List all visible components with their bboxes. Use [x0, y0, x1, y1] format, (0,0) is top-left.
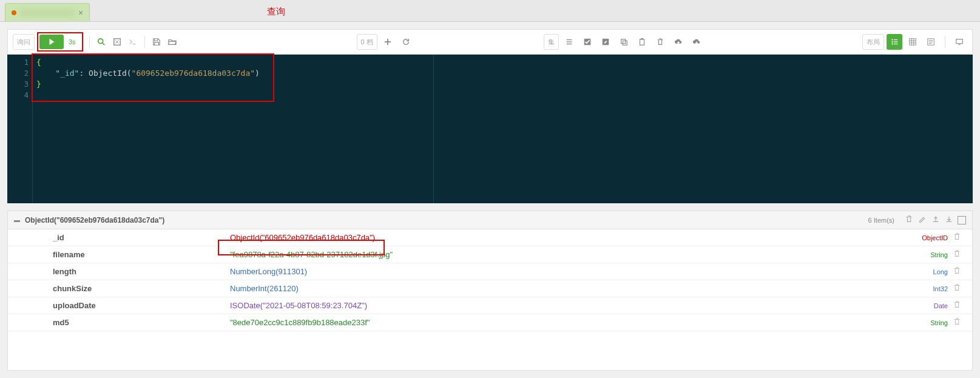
edit-box-icon: [601, 38, 610, 46]
svg-rect-15: [640, 39, 644, 46]
op-download-button[interactable]: [689, 34, 705, 50]
editor-code[interactable]: { "_id": ObjectId("609652eb976da618da03c…: [33, 55, 973, 203]
header-edit-icon[interactable]: [917, 215, 927, 225]
search-icon: [97, 38, 106, 46]
query-editor[interactable]: 1 2 3 4 { "_id": ObjectId("609652eb976da…: [7, 55, 973, 203]
layout-label-button[interactable]: 布局: [862, 34, 884, 50]
row-delete-icon[interactable]: [948, 232, 966, 243]
row-delete-icon[interactable]: [948, 266, 966, 277]
row-delete-icon[interactable]: [948, 283, 966, 294]
svg-rect-32: [956, 39, 963, 44]
view-json-button[interactable]: [923, 34, 939, 50]
save-icon: [152, 38, 161, 46]
row-key: chunkSize: [44, 284, 230, 293]
row-value: ObjectId("609652eb976da618da03c7da"): [230, 233, 905, 242]
row-value: ISODate("2021-05-08T08:59:23.704Z"): [230, 301, 905, 310]
console-button[interactable]: [125, 34, 141, 50]
aggregate-icon: [113, 38, 121, 46]
collection-label-button[interactable]: 集: [544, 34, 559, 50]
find-button[interactable]: [93, 34, 109, 50]
doc-count: 0 档: [357, 34, 377, 50]
row-type: ObjectID: [905, 234, 948, 241]
editor-split[interactable]: [433, 55, 434, 203]
row-type: String: [905, 319, 948, 326]
fullscreen-button[interactable]: [951, 34, 967, 50]
row-key: md5: [44, 318, 230, 327]
run-button-annotation: 3s: [37, 32, 83, 52]
view-switch-group: 布局: [862, 34, 967, 50]
play-icon: [47, 38, 56, 46]
op-edit-button[interactable]: [598, 34, 613, 50]
view-table-button[interactable]: [905, 34, 921, 50]
result-row[interactable]: chunkSizeNumberInt(261120)Int32: [8, 280, 972, 297]
clipboard-icon: [638, 38, 646, 46]
result-row[interactable]: md5"8ede70e2cc9c1c889fb9b188eade233f"Str…: [8, 314, 972, 331]
row-value: "8ede70e2cc9c1c889fb9b188eade233f": [230, 318, 905, 327]
aggregate-button[interactable]: [109, 34, 125, 50]
refresh-button[interactable]: [398, 34, 414, 50]
row-type: Int32: [905, 285, 948, 292]
svg-point-17: [891, 39, 893, 40]
header-download-icon[interactable]: [944, 215, 954, 225]
row-type: Date: [905, 302, 948, 309]
result-row[interactable]: _idObjectId("609652eb976da618da03c7da")O…: [8, 229, 972, 246]
result-header-actions: [904, 215, 966, 225]
result-row[interactable]: uploadDateISODate("2021-05-08T08:59:23.7…: [8, 297, 972, 314]
row-key: uploadDate: [44, 301, 230, 310]
result-title: ObjectId("609652eb976da618da03c7da"): [25, 216, 863, 224]
paging-controls: 0 档: [357, 34, 414, 50]
plus-icon: [384, 38, 392, 46]
tab-title: [20, 10, 75, 16]
svg-point-0: [98, 39, 103, 44]
row-type: String: [905, 251, 948, 258]
svg-rect-14: [623, 41, 627, 45]
header-delete-icon[interactable]: [904, 215, 914, 225]
trash-icon: [656, 38, 664, 46]
toolbar: 询问 3s 0 档: [7, 29, 973, 55]
svg-line-1: [102, 43, 104, 46]
row-value: "fea9878a-f22a-4b87-82bd-237182de1d3f.jp…: [230, 250, 905, 259]
op-delete-button[interactable]: [652, 34, 668, 50]
results-panel: ▬ ObjectId("609652eb976da618da03c7da") 6…: [7, 211, 973, 371]
row-delete-icon[interactable]: [948, 249, 966, 260]
table-view-icon: [908, 38, 917, 46]
json-view-icon: [927, 38, 935, 46]
tab-close-icon[interactable]: ×: [78, 8, 83, 18]
row-delete-icon[interactable]: [948, 300, 966, 311]
folder-open-icon: [168, 38, 177, 46]
save-button[interactable]: [149, 34, 164, 50]
row-key: length: [44, 267, 230, 276]
result-row[interactable]: filename"fea9878a-f22a-4b87-82bd-237182d…: [8, 246, 972, 263]
collapse-icon[interactable]: ▬: [14, 217, 20, 223]
query-label-button[interactable]: 询问: [13, 34, 35, 50]
row-value: NumberLong(911301): [230, 267, 905, 276]
header-checkbox[interactable]: [958, 216, 966, 224]
result-ops-group: 集: [544, 34, 705, 50]
row-value: NumberInt(261120): [230, 284, 905, 293]
op-upload-button[interactable]: [671, 34, 686, 50]
op-paste-button[interactable]: [634, 34, 650, 50]
run-time-label: 3s: [64, 38, 81, 46]
add-doc-button[interactable]: [380, 34, 396, 50]
tree-view-icon: [890, 38, 899, 46]
view-tree-button[interactable]: [887, 34, 902, 50]
result-row[interactable]: lengthNumberLong(911301)Long: [8, 263, 972, 280]
active-tab[interactable]: ×: [5, 3, 90, 21]
tab-bar: × 查询: [0, 0, 980, 22]
item-count: 6 Item(s): [868, 217, 894, 224]
row-delete-icon[interactable]: [948, 317, 966, 328]
header-upload-icon[interactable]: [931, 215, 941, 225]
op-check-button[interactable]: [580, 34, 595, 50]
row-type: Long: [905, 268, 948, 275]
cloud-down-icon: [692, 38, 701, 46]
op-copy-button[interactable]: [616, 34, 632, 50]
copy-icon: [620, 38, 628, 46]
svg-rect-23: [910, 39, 916, 46]
open-button[interactable]: [164, 34, 180, 50]
monitor-icon: [955, 38, 964, 46]
row-key: filename: [44, 250, 230, 259]
run-button[interactable]: [39, 35, 64, 49]
op-list-button[interactable]: [561, 34, 577, 50]
svg-rect-16: [641, 38, 643, 40]
tab-modified-dot: [12, 10, 16, 15]
